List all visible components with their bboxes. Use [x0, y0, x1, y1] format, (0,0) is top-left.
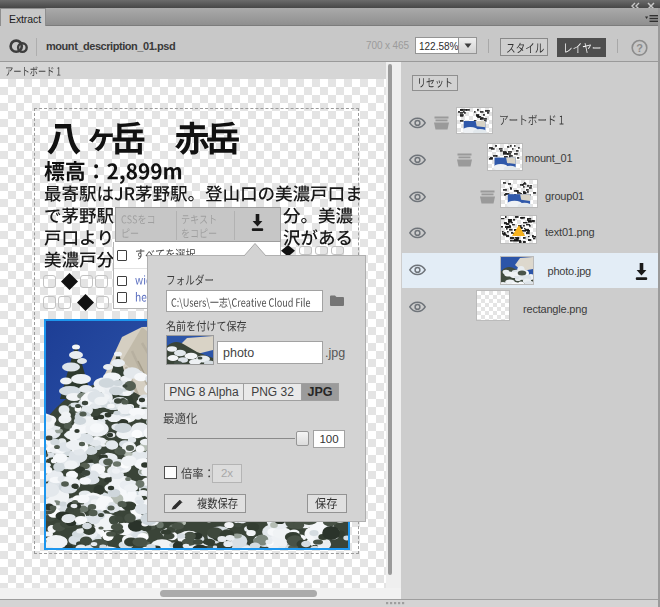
- svg-text:?: ?: [636, 42, 643, 54]
